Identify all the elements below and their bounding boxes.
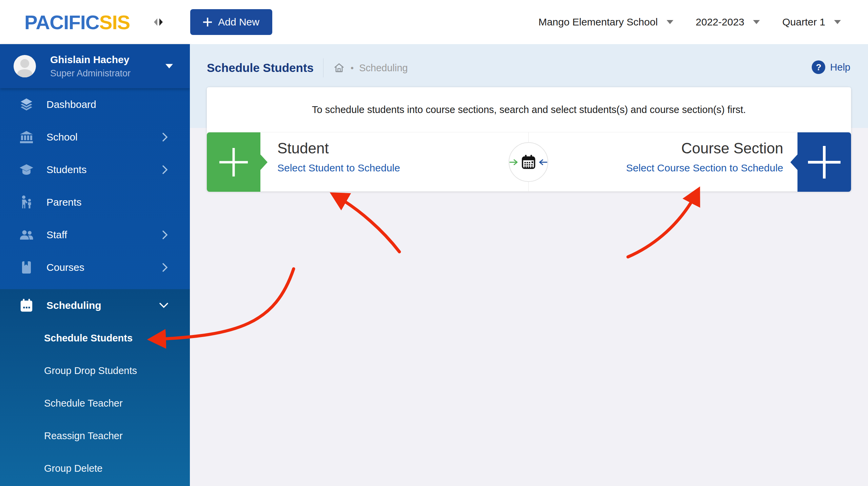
select-student-link[interactable]: Select Student to Schedule [277,162,400,174]
page-title: Schedule Students [207,61,314,75]
breadcrumb-scheduling: Scheduling [359,62,408,74]
add-student-button[interactable] [207,132,260,192]
school-icon [19,129,34,145]
dashboard-icon [19,97,34,112]
chevron-down-icon [834,20,841,24]
sidebar-item-staff[interactable]: Staff [0,219,190,251]
calendar-icon [520,152,537,172]
chevron-down-icon [159,302,169,309]
user-profile-row[interactable]: Ghislain Hachey Super Administrator [0,44,190,88]
help-label: Help [830,62,850,73]
chevron-right-icon [161,165,169,175]
subitem-label: Schedule Teacher [44,398,123,409]
app-window: PACIFICSIS Add New Mango Elementary Scho… [0,0,868,486]
sidebar-item-label: Dashboard [46,99,96,110]
sidebar-subitem-reassign-teacher[interactable]: Reassign Teacher [0,419,190,452]
title-row: Schedule Students • Scheduling [207,58,408,78]
home-icon[interactable] [333,62,345,74]
school-year-select[interactable]: 2022-2023 [696,16,760,28]
sidebar-item-school[interactable]: School [0,121,190,153]
school-select[interactable]: Mango Elementary School [538,16,673,28]
divider [323,58,323,77]
subitem-label: Schedule Students [44,333,133,344]
schedule-card: To schedule students into course section… [207,87,851,191]
course-section-title: Course Section [626,140,783,157]
sidebar-item-dashboard[interactable]: Dashboard [0,88,190,121]
selection-row: Student Select Student to Schedule [207,132,851,191]
blue-arrow-left-icon [538,158,548,166]
sidebar-item-label: Staff [46,229,67,241]
sidebar-item-parents[interactable]: Parents [0,186,190,219]
logo-part-pacific: PACIFIC [24,11,99,33]
scheduling-calendar-icon [19,298,34,313]
sidebar-item-label: Courses [46,262,84,273]
topbar: PACIFICSIS Add New Mango Elementary Scho… [0,0,868,44]
sidebar-subitem-group-drop-students[interactable]: Group Drop Students [0,354,190,387]
sidebar-item-courses[interactable]: Courses [0,251,190,284]
sidebar-item-scheduling[interactable]: Scheduling [0,289,190,322]
parents-icon [19,194,34,210]
breadcrumb-separator: • [351,63,354,73]
sidebar-scheduling-section: Scheduling Schedule Students Group Drop … [0,289,190,486]
sidebar-subitem-group-delete[interactable]: Group Delete [0,452,190,485]
sidebar-item-students[interactable]: Students [0,153,190,186]
sidebar-item-label: Parents [46,197,81,208]
school-year-value: 2022-2023 [696,16,744,28]
student-title: Student [277,140,400,157]
chevron-right-icon [161,262,169,273]
chevron-right-icon [161,132,169,142]
user-text: Ghislain Hachey Super Administrator [50,54,131,79]
pacificsis-logo: PACIFICSIS [24,11,130,34]
add-course-section-button[interactable] [797,132,851,192]
sidebar-nav: Dashboard School [0,88,190,284]
help-button[interactable]: ? Help [812,60,850,74]
avatar [14,55,36,77]
topbar-context-selectors: Mango Elementary School 2022-2023 Quarte… [538,16,841,28]
subitem-label: Group Drop Students [44,365,137,376]
sidebar-item-label: School [46,131,78,143]
plus-icon [203,18,212,26]
chevron-right-icon [161,230,169,240]
students-icon [19,162,34,177]
student-block: Student Select Student to Schedule [277,140,400,174]
chevron-down-icon [165,64,173,69]
add-new-button[interactable]: Add New [190,9,272,35]
sidebar-subitem-schedule-students[interactable]: Schedule Students [0,322,190,354]
help-icon: ? [812,60,825,74]
instruction-text: To schedule students into course section… [312,104,746,115]
subitem-label: Reassign Teacher [44,430,123,442]
add-new-label: Add New [218,16,259,28]
sidebar-item-label: Scheduling [46,300,101,311]
main-content: Schedule Students • Scheduling ? Help [190,44,868,486]
user-name: Ghislain Hachey [50,54,131,66]
quarter-value: Quarter 1 [782,16,825,28]
subitem-label: Group Delete [44,463,103,474]
staff-icon [19,227,34,243]
sidebar-item-label: Students [46,164,86,175]
school-select-value: Mango Elementary School [538,16,658,28]
sidebar-subitem-schedule-teacher[interactable]: Schedule Teacher [0,387,190,419]
course-section-block: Course Section Select Course Section to … [626,140,783,174]
user-role: Super Administrator [50,68,131,79]
logo-part-sis: SIS [99,11,130,33]
plus-icon [808,146,841,179]
instruction-banner: To schedule students into course section… [207,87,851,132]
courses-icon [19,260,34,275]
select-course-section-link[interactable]: Select Course Section to Schedule [626,162,783,174]
sidebar-collapse-icon[interactable] [152,17,165,27]
chevron-down-icon [667,20,673,24]
quarter-select[interactable]: Quarter 1 [782,16,841,28]
schedule-transfer-icon [509,142,548,182]
chevron-down-icon [753,20,760,24]
sidebar: Ghislain Hachey Super Administrator Dash… [0,44,190,486]
plus-icon [219,148,248,176]
green-arrow-right-icon [509,158,518,166]
